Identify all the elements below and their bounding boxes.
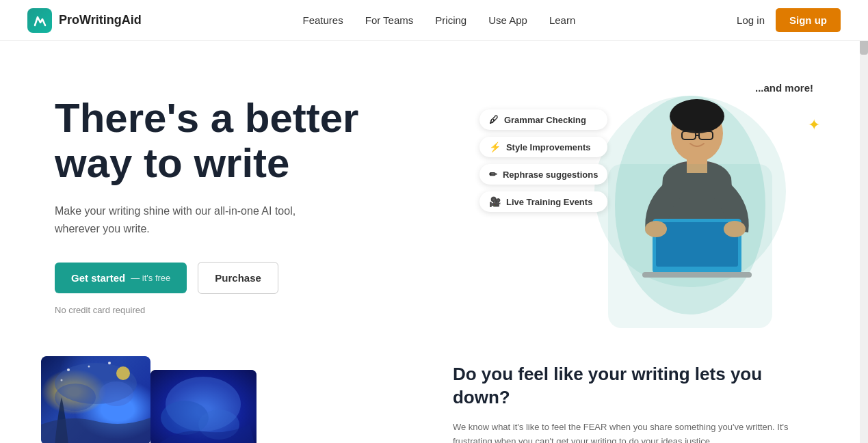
hero-section: There's a better way to write Make your … [0, 41, 868, 343]
pill-grammar-label: Grammar Checking [504, 115, 586, 125]
nav-links: Features For Teams Pricing Use App Learn [303, 14, 576, 26]
pill-training-label: Live Training Events [506, 197, 592, 207]
logo-icon [27, 8, 52, 33]
hero-title: There's a better way to write [55, 96, 479, 186]
nav-pricing[interactable]: Pricing [435, 14, 466, 26]
pill-rephrase: ✏ Rephrase suggestions [479, 164, 607, 185]
style-icon: ⚡ [489, 142, 501, 152]
svg-point-21 [61, 379, 63, 381]
hero-title-line1: There's a better [55, 95, 358, 141]
grammar-icon: 🖊 [489, 114, 499, 125]
svg-point-17 [116, 366, 130, 380]
section2-text: We know what it's like to feel the FEAR … [453, 420, 824, 443]
hero-illustration: 🖊 Grammar Checking ⚡ Style Improvements … [479, 82, 827, 314]
svg-point-3 [670, 99, 724, 133]
pill-style: ⚡ Style Improvements [479, 137, 607, 157]
no-credit-text: No credit card required [55, 305, 479, 315]
nav-learn[interactable]: Learn [549, 14, 575, 26]
purchase-button[interactable]: Purchase [198, 262, 278, 294]
section2: My idea in my head Do you feel like your… [0, 343, 868, 443]
blue-art-card: My idea in my head [150, 370, 257, 443]
logo-text: ProWritingAid [59, 13, 142, 27]
hero-title-line2: way to write [55, 140, 289, 186]
logo[interactable]: ProWritingAid [27, 8, 142, 33]
hero-subtitle: Make your writing shine with our all-in-… [55, 202, 328, 237]
art-images: My idea in my head [41, 356, 412, 443]
feature-pills: 🖊 Grammar Checking ⚡ Style Improvements … [479, 109, 607, 212]
pill-grammar: 🖊 Grammar Checking [479, 109, 607, 130]
training-icon: 🎥 [489, 196, 501, 207]
get-started-button[interactable]: Get started — it's free [55, 263, 187, 293]
pill-rephrase-label: Rephrase suggestions [503, 170, 598, 180]
rephrase-icon: ✏ [489, 169, 497, 180]
section2-images: My idea in my head [41, 356, 412, 443]
svg-point-19 [88, 366, 90, 368]
nav-right: Log in Sign up [737, 8, 841, 32]
svg-point-16 [99, 381, 133, 406]
signup-button[interactable]: Sign up [776, 8, 841, 32]
scrollbar[interactable] [860, 0, 868, 443]
login-button[interactable]: Log in [737, 14, 765, 26]
free-tag: — it's free [131, 273, 170, 283]
pill-style-label: Style Improvements [506, 142, 591, 152]
svg-point-20 [108, 362, 111, 364]
navbar: ProWritingAid Features For Teams Pricing… [0, 0, 868, 41]
section2-right: Do you feel like your writing lets you d… [453, 356, 824, 443]
more-label: ...and more! [755, 82, 813, 94]
svg-point-18 [67, 368, 70, 371]
svg-rect-13 [608, 164, 772, 328]
star-deco: ✦ [808, 116, 820, 134]
section2-title: Do you feel like your writing lets you d… [453, 363, 824, 410]
hero-left: There's a better way to write Make your … [55, 82, 479, 315]
person-figure [608, 82, 772, 328]
hero-buttons: Get started — it's free Purchase [55, 262, 479, 294]
get-started-label: Get started [71, 272, 125, 284]
nav-for-teams[interactable]: For Teams [365, 14, 414, 26]
pill-training: 🎥 Live Training Events [479, 191, 607, 212]
starry-night-bg [41, 356, 150, 443]
nav-use-app[interactable]: Use App [488, 14, 527, 26]
starry-night-card [41, 356, 150, 443]
nav-features[interactable]: Features [303, 14, 343, 26]
